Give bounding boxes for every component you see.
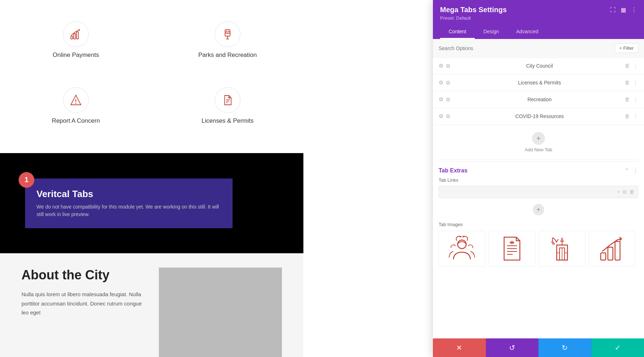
search-input[interactable] <box>439 45 612 51</box>
tab-item-icons-3: ⚙ ⧉ <box>439 96 450 103</box>
parks-icon-circle <box>215 21 240 47</box>
settings-icon-3[interactable]: ⚙ <box>439 96 443 103</box>
svg-rect-33 <box>601 253 606 260</box>
tab-list-item: ⚙ ⧉ City Council 🗑 ⋮ <box>433 58 644 74</box>
tab-content[interactable]: Content <box>440 25 475 39</box>
online-payments-label: Online Payments <box>53 52 99 59</box>
tab-link-add-icon[interactable]: + <box>617 189 620 195</box>
tab-links-input[interactable] <box>443 189 617 195</box>
add-link-row: + <box>439 202 638 217</box>
tab-link-copy-icon[interactable]: ⧉ <box>623 189 626 195</box>
add-new-tab[interactable]: + Add New Tab <box>433 125 644 160</box>
tab-links-input-row: + ⧉ 🗑 <box>439 186 638 198</box>
tab-item-actions-1: 🗑 ⋮ <box>625 63 638 69</box>
thumb-icon-3 <box>548 234 576 263</box>
settings-icon-4[interactable]: ⚙ <box>439 113 443 119</box>
tab-design[interactable]: Design <box>475 25 508 39</box>
black-section: 1 Veritcal Tabs We do not have compatibi… <box>0 153 303 253</box>
tab-item-name-1: City Council <box>454 63 625 69</box>
thumb-icon-4 <box>598 234 626 263</box>
svg-rect-0 <box>71 36 73 39</box>
panel-header-top: Mega Tabs Settings ⛶ ▦ ⋮ <box>440 6 637 14</box>
parks-recreation-item[interactable]: Parks and Recreation <box>152 14 303 69</box>
extras-title: Tab Extras <box>439 167 468 174</box>
licenses-icon-circle <box>215 87 240 113</box>
save-button[interactable]: ✓ <box>591 338 644 357</box>
about-body: Nulla quis lorem ut libero malesuada feu… <box>21 290 145 317</box>
parks-label: Parks and Recreation <box>198 52 257 59</box>
settings-icon-2[interactable]: ⚙ <box>439 79 443 86</box>
tab-list-item-3: ⚙ ⧉ Recreation 🗑 ⋮ <box>433 91 644 108</box>
cancel-button[interactable]: ✕ <box>433 338 486 357</box>
licenses-permits-item[interactable]: Licenses & Permits <box>152 80 303 135</box>
copy-icon-1[interactable]: ⧉ <box>446 63 450 69</box>
online-payments-icon-circle <box>63 21 89 47</box>
tab-links-actions: + ⧉ 🗑 <box>617 189 634 195</box>
tab-images-label: Tab Images <box>439 222 638 227</box>
tab-list-item-4: ⚙ ⧉ COVID-19 Resources 🗑 ⋮ <box>433 108 644 125</box>
filter-button[interactable]: + Filter <box>615 43 638 53</box>
panel-columns-icon[interactable]: ▦ <box>621 6 626 13</box>
more-icon-3[interactable]: ⋮ <box>633 96 638 103</box>
bottom-bar: ✕ ↺ ↻ ✓ <box>433 338 644 357</box>
panel-title: Mega Tabs Settings <box>440 6 507 14</box>
search-bar: + Filter <box>433 39 644 58</box>
collapse-icon[interactable]: ⌃ <box>625 167 629 174</box>
tabs-list: ⚙ ⧉ City Council 🗑 ⋮ ⚙ ⧉ Licenses & Perm… <box>433 58 644 125</box>
svg-rect-3 <box>225 30 230 36</box>
more-icon-2[interactable]: ⋮ <box>633 79 638 86</box>
license-icon <box>221 94 234 106</box>
tab-item-name-3: Recreation <box>454 97 625 102</box>
image-thumb-1[interactable] <box>439 231 485 266</box>
tab-advanced[interactable]: Advanced <box>508 25 547 39</box>
tab-item-actions-2: 🗑 ⋮ <box>625 79 638 86</box>
vertical-tabs-desc: We do not have compatibility for this mo… <box>36 203 221 218</box>
licenses-permits-label: Licenses & Permits <box>201 117 254 124</box>
tab-item-icons-2: ⚙ ⧉ <box>439 79 450 86</box>
tab-item-icons-4: ⚙ ⧉ <box>439 113 450 119</box>
copy-icon-2[interactable]: ⧉ <box>446 79 450 86</box>
undo-button[interactable]: ↺ <box>486 338 539 357</box>
more-icon-1[interactable]: ⋮ <box>633 63 638 69</box>
copy-icon-3[interactable]: ⧉ <box>446 96 450 103</box>
image-thumb-3[interactable] <box>539 231 585 266</box>
panel-maximize-icon[interactable]: ⛶ <box>610 7 616 13</box>
svg-rect-1 <box>74 34 75 39</box>
delete-icon-1[interactable]: 🗑 <box>625 63 630 69</box>
add-link-circle[interactable]: + <box>533 204 544 215</box>
thumb-icon-2 <box>498 234 526 263</box>
copy-icon-4[interactable]: ⧉ <box>446 113 450 119</box>
icons-row-1: Online Payments Parks and Recreation <box>0 7 303 73</box>
images-grid <box>439 231 638 266</box>
svg-point-11 <box>75 103 77 104</box>
tab-item-icons-1: ⚙ ⧉ <box>439 63 450 69</box>
tab-link-delete-icon[interactable]: 🗑 <box>629 189 634 195</box>
vertical-tabs-badge: 1 <box>19 172 34 188</box>
online-payments-item[interactable]: Online Payments <box>0 14 152 69</box>
report-concern-item[interactable]: Report A Concern <box>0 80 152 135</box>
bottom-section: About the City Nulla quis lorem ut liber… <box>0 253 303 357</box>
thumb-icon-1 <box>448 234 476 263</box>
settings-icon-1[interactable]: ⚙ <box>439 63 443 69</box>
report-icon-circle <box>63 87 89 113</box>
panel-preset[interactable]: Preset: Default <box>440 15 637 21</box>
extras-more-icon[interactable]: ⋮ <box>633 167 638 174</box>
tab-item-actions-4: 🗑 ⋮ <box>625 113 638 119</box>
redo-button[interactable]: ↻ <box>538 338 591 357</box>
svg-rect-35 <box>615 241 620 260</box>
panel-tabs: Content Design Advanced <box>440 25 637 39</box>
tab-item-name-4: COVID-19 Resources <box>454 113 625 119</box>
svg-rect-2 <box>77 32 78 39</box>
report-icon <box>70 94 82 106</box>
vertical-tabs-box: 1 Veritcal Tabs We do not have compatibi… <box>25 178 233 228</box>
delete-icon-4[interactable]: 🗑 <box>625 113 630 119</box>
delete-icon-3[interactable]: 🗑 <box>625 96 630 103</box>
about-text-col: About the City Nulla quis lorem ut liber… <box>21 268 145 357</box>
more-icon-4[interactable]: ⋮ <box>633 113 638 119</box>
svg-rect-34 <box>608 247 613 260</box>
image-thumb-2[interactable] <box>489 231 535 266</box>
panel-menu-icon[interactable]: ⋮ <box>631 6 637 13</box>
delete-icon-2[interactable]: 🗑 <box>625 79 630 86</box>
image-thumb-4[interactable] <box>589 231 635 266</box>
panel-header: Mega Tabs Settings ⛶ ▦ ⋮ Preset: Default… <box>433 0 644 39</box>
